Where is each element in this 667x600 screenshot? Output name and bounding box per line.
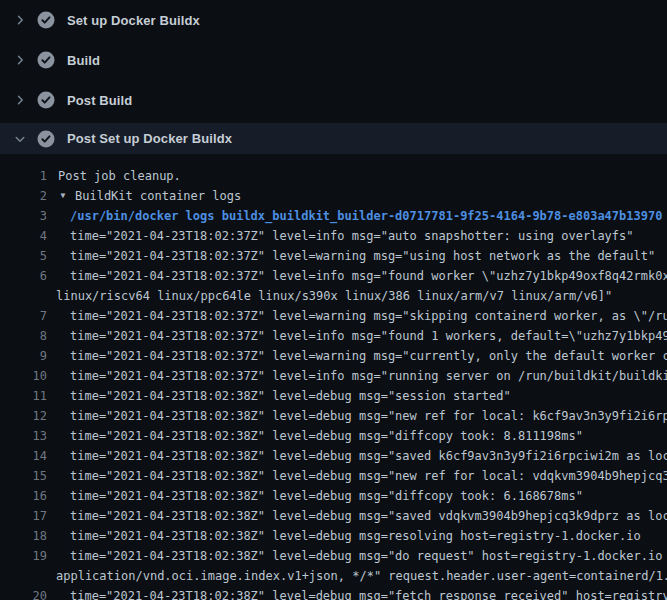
log-line-number[interactable]: 5 [0, 246, 47, 266]
step-row-post-build[interactable]: Post Build [0, 80, 667, 120]
log-line: 20 time="2021-04-23T18:02:38Z" level=deb… [0, 586, 667, 600]
log-line-number[interactable]: 19 [0, 546, 47, 566]
log-line: 17 time="2021-04-23T18:02:38Z" level=deb… [0, 506, 667, 526]
log-rows: 1 Post job cleanup. 2 ▼BuildKit containe… [0, 166, 667, 600]
log-line-text: Post job cleanup. [58, 166, 181, 186]
log-line-text: time="2021-04-23T18:02:38Z" level=debug … [70, 386, 511, 406]
log-line: 13 time="2021-04-23T18:02:38Z" level=deb… [0, 426, 667, 446]
log-line-number[interactable]: 3 [0, 206, 47, 226]
log-line-number[interactable]: 15 [0, 466, 47, 486]
log-line-number[interactable]: 17 [0, 506, 47, 526]
log-area: 1 Post job cleanup. 2 ▼BuildKit containe… [0, 154, 667, 600]
log-line-number[interactable]: 14 [0, 446, 47, 466]
check-circle-icon [37, 11, 55, 29]
log-line-number[interactable]: 4 [0, 226, 47, 246]
log-line-number[interactable]: 2 [0, 186, 47, 206]
log-line: 16 time="2021-04-23T18:02:38Z" level=deb… [0, 486, 667, 506]
log-line: linux/riscv64 linux/ppc64le linux/s390x … [0, 286, 667, 306]
log-line-text: time="2021-04-23T18:02:37Z" level=info m… [70, 226, 634, 246]
check-circle-icon [37, 51, 55, 69]
check-circle-icon [37, 130, 55, 148]
step-label: Post Build [67, 93, 132, 108]
check-circle-icon [37, 91, 55, 109]
log-line-number[interactable]: 1 [0, 166, 47, 186]
log-line: 11 time="2021-04-23T18:02:38Z" level=deb… [0, 386, 667, 406]
log-line: 15 time="2021-04-23T18:02:38Z" level=deb… [0, 466, 667, 486]
log-line-number [0, 566, 47, 586]
log-line-text: time="2021-04-23T18:02:37Z" level=info m… [70, 326, 667, 346]
step-row-setup-docker-buildx[interactable]: Set up Docker Buildx [0, 0, 667, 40]
log-line-number[interactable]: 16 [0, 486, 47, 506]
log-command-line: 3 /usr/bin/docker logs buildx_buildkit_b… [0, 206, 667, 226]
log-line-text: time="2021-04-23T18:02:37Z" level=warnin… [70, 346, 667, 366]
chevron-right-icon [12, 92, 28, 108]
triangle-down-icon[interactable]: ▼ [58, 186, 68, 206]
log-line: 4 time="2021-04-23T18:02:37Z" level=info… [0, 226, 667, 246]
log-line-number[interactable]: 7 [0, 306, 47, 326]
log-line-number[interactable]: 11 [0, 386, 47, 406]
step-row-post-setup-docker-buildx[interactable]: Post Set up Docker Buildx [0, 123, 667, 154]
chevron-down-icon [12, 131, 28, 147]
log-line-number[interactable]: 13 [0, 426, 47, 446]
log-line-text: BuildKit container logs [75, 186, 241, 206]
log-line-text: time="2021-04-23T18:02:37Z" level=info m… [70, 266, 667, 286]
log-line-number[interactable]: 9 [0, 346, 47, 366]
log-line: 8 time="2021-04-23T18:02:37Z" level=info… [0, 326, 667, 346]
step-label: Set up Docker Buildx [67, 13, 200, 28]
log-line-text: time="2021-04-23T18:02:38Z" level=debug … [70, 546, 667, 566]
log-line: 18 time="2021-04-23T18:02:38Z" level=deb… [0, 526, 667, 546]
log-line-text: time="2021-04-23T18:02:37Z" level=warnin… [70, 306, 667, 326]
log-line: 5 time="2021-04-23T18:02:37Z" level=warn… [0, 246, 667, 266]
log-line: 19 time="2021-04-23T18:02:38Z" level=deb… [0, 546, 667, 566]
log-line-text: time="2021-04-23T18:02:38Z" level=debug … [70, 426, 583, 446]
log-line-number[interactable]: 8 [0, 326, 47, 346]
log-line-text: time="2021-04-23T18:02:38Z" level=debug … [70, 526, 641, 546]
log-line: 14 time="2021-04-23T18:02:38Z" level=deb… [0, 446, 667, 466]
log-line-number[interactable]: 18 [0, 526, 47, 546]
log-group-header[interactable]: 2 ▼BuildKit container logs [0, 186, 667, 206]
log-line: 6 time="2021-04-23T18:02:37Z" level=info… [0, 266, 667, 286]
actions-log-viewer: { "theme": { "page_bg": "#0b0e13", "expa… [0, 0, 667, 600]
log-line: 7 time="2021-04-23T18:02:37Z" level=warn… [0, 306, 667, 326]
log-line-number[interactable]: 6 [0, 266, 47, 286]
log-line-text: linux/riscv64 linux/ppc64le linux/s390x … [56, 286, 612, 306]
step-row-build[interactable]: Build [0, 40, 667, 80]
log-line-number[interactable]: 10 [0, 366, 47, 386]
log-line: 12 time="2021-04-23T18:02:38Z" level=deb… [0, 406, 667, 426]
log-line-text: time="2021-04-23T18:02:37Z" level=info m… [70, 366, 667, 386]
log-line: 10 time="2021-04-23T18:02:37Z" level=inf… [0, 366, 667, 386]
log-line-text: application/vnd.oci.image.index.v1+json,… [56, 566, 667, 586]
log-line-number [0, 286, 47, 306]
step-label: Build [67, 53, 100, 68]
chevron-right-icon [12, 12, 28, 28]
step-label: Post Set up Docker Buildx [67, 131, 232, 146]
log-line: 9 time="2021-04-23T18:02:37Z" level=warn… [0, 346, 667, 366]
log-line: 1 Post job cleanup. [0, 166, 667, 186]
log-line-text: /usr/bin/docker logs buildx_buildkit_bui… [70, 206, 662, 226]
log-line-text: time="2021-04-23T18:02:38Z" level=debug … [70, 466, 667, 486]
log-line-text: time="2021-04-23T18:02:37Z" level=warnin… [70, 246, 655, 266]
log-line-text: time="2021-04-23T18:02:38Z" level=debug … [70, 406, 667, 426]
log-line-text: time="2021-04-23T18:02:38Z" level=debug … [70, 486, 583, 506]
log-line-text: time="2021-04-23T18:02:38Z" level=debug … [70, 586, 667, 600]
log-line-text: time="2021-04-23T18:02:38Z" level=debug … [70, 446, 667, 466]
log-line: application/vnd.oci.image.index.v1+json,… [0, 566, 667, 586]
chevron-right-icon [12, 52, 28, 68]
log-line-text: time="2021-04-23T18:02:38Z" level=debug … [70, 506, 667, 526]
log-line-number[interactable]: 12 [0, 406, 47, 426]
log-line-number[interactable]: 20 [0, 586, 47, 600]
